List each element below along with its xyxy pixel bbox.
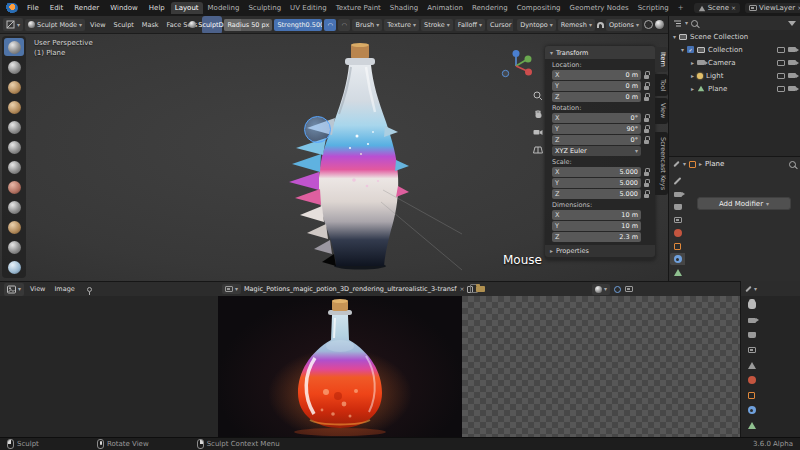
outliner-row-camera[interactable]: ▸ Camera — [669, 56, 800, 69]
tab-screencast-keys[interactable]: Screencast Keys — [655, 132, 668, 195]
rotation-x-field[interactable]: X0° — [552, 113, 641, 123]
sculpt-tool-clay-thumb[interactable] — [4, 118, 24, 136]
pin-icon[interactable] — [87, 287, 92, 292]
pressure-radius-toggle[interactable]: ◠ — [324, 19, 336, 31]
disable-render-icon[interactable] — [788, 47, 796, 52]
sculpt-tool-layer[interactable] — [4, 138, 24, 156]
tab-rendering[interactable]: Rendering — [468, 2, 512, 14]
tab-output-properties[interactable] — [670, 201, 685, 213]
perspective-grid-icon[interactable] — [532, 144, 544, 156]
menu-image[interactable]: Image — [51, 283, 77, 295]
properties-editor-icon[interactable] — [673, 161, 679, 167]
lock-icon[interactable] — [643, 189, 650, 199]
dimensions-y-field[interactable]: Y10 m — [552, 221, 641, 231]
tab-render-properties[interactable] — [670, 188, 685, 200]
tab-modifier-properties[interactable] — [744, 404, 759, 416]
tab-uv-editing[interactable]: UV Editing — [286, 2, 331, 14]
transform-panel-header[interactable]: ▾ Transform — [545, 46, 655, 59]
lock-icon[interactable] — [643, 124, 650, 134]
view-transform-icon[interactable] — [614, 286, 621, 293]
tab-scripting[interactable]: Scripting — [634, 2, 673, 14]
blender-logo-icon[interactable] — [4, 3, 18, 13]
dimensions-x-field[interactable]: X10 m — [552, 210, 641, 220]
menu-view[interactable]: View — [87, 19, 108, 31]
outliner-row-light[interactable]: ▸ Light — [669, 69, 800, 82]
lock-icon[interactable] — [643, 70, 650, 80]
sculpt-tool-clay-strips[interactable] — [4, 98, 24, 116]
sculpt-tool-smooth[interactable] — [4, 218, 24, 236]
falloff-dropdown[interactable]: Falloff▾ — [455, 19, 485, 31]
tab-viewlayer-properties[interactable] — [670, 214, 685, 226]
unlink-icon[interactable]: × — [731, 5, 736, 11]
tab-modifier-properties[interactable] — [670, 253, 685, 265]
disable-render-icon[interactable] — [788, 86, 796, 91]
search-icon[interactable] — [789, 161, 796, 168]
outliner-editor-icon[interactable] — [673, 19, 682, 28]
tab-data-properties[interactable] — [670, 266, 685, 278]
tab-modeling[interactable]: Modeling — [204, 2, 244, 14]
dimensions-z-field[interactable]: Z2.3 m — [552, 232, 641, 242]
new-image-icon[interactable] — [467, 286, 473, 293]
brush-dropdown[interactable]: Brush▾ — [352, 19, 382, 31]
camera-view-icon[interactable] — [532, 126, 544, 138]
properties-panel-collapsed[interactable]: ▸ Properties — [545, 245, 655, 257]
scale-x-field[interactable]: X5.000 — [552, 167, 641, 177]
tab-geometry-nodes[interactable]: Geometry Nodes — [566, 2, 633, 14]
menu-sculpt[interactable]: Sculpt — [111, 19, 137, 31]
viewport-3d[interactable]: User Perspective (1) Plane — [0, 34, 668, 281]
sculpt-tool-draw[interactable] — [4, 38, 24, 56]
lock-icon[interactable] — [643, 92, 650, 102]
tab-scene-properties[interactable] — [744, 359, 759, 371]
disable-render-icon[interactable] — [788, 73, 796, 78]
remesh-dropdown[interactable]: Remesh▾ — [558, 19, 595, 31]
tab-world-properties[interactable] — [744, 374, 759, 386]
scene-selector[interactable]: Scene × — [694, 3, 740, 13]
snap-magnet-icon[interactable] — [597, 22, 604, 28]
location-y-field[interactable]: Y0 m — [552, 81, 641, 91]
tab-layout[interactable]: Layout — [171, 2, 203, 14]
sculpt-tool-blob[interactable] — [4, 178, 24, 196]
browse-image-button[interactable]: ▾ — [222, 284, 241, 294]
tab-sculpting[interactable]: Sculpting — [244, 2, 285, 14]
rotation-mode-dropdown[interactable]: XYZ Euler▾ — [552, 146, 641, 156]
image-editor-canvas[interactable] — [0, 296, 740, 437]
sculpt-tool-fill[interactable] — [4, 258, 24, 276]
menu-help[interactable]: Help — [144, 2, 170, 14]
sculpt-tool-clay[interactable] — [4, 78, 24, 96]
navigation-gizmo[interactable] — [498, 48, 534, 84]
add-workspace-button[interactable]: + — [674, 2, 688, 14]
outliner-row-plane[interactable]: ▸ Plane — [669, 82, 800, 95]
tab-object-properties[interactable] — [744, 389, 759, 401]
tab-item[interactable]: Item — [655, 47, 668, 72]
sculpt-tool-inflate[interactable] — [4, 158, 24, 176]
lock-icon[interactable] — [643, 178, 650, 188]
tab-view[interactable]: View — [655, 98, 668, 123]
hide-viewport-icon[interactable] — [777, 47, 785, 53]
outliner-row-scene-collection[interactable]: ▾ Scene Collection — [669, 30, 800, 43]
menu-window[interactable]: Window — [105, 2, 143, 14]
tab-render-properties[interactable] — [744, 314, 759, 326]
hide-viewport-icon[interactable] — [777, 60, 785, 66]
image-name[interactable]: Magic_Potions_magic_potion_3D_rendering_… — [244, 285, 456, 293]
menu-view[interactable]: View — [27, 283, 48, 295]
lock-icon[interactable] — [643, 81, 650, 91]
add-modifier-button[interactable]: Add Modifier ▾ — [697, 197, 791, 210]
radius-slider[interactable]: Radius 50 px — [224, 19, 272, 31]
rotation-y-field[interactable]: Y90° — [552, 124, 641, 134]
hide-viewport-icon[interactable] — [777, 73, 785, 79]
open-image-icon[interactable] — [476, 286, 485, 292]
lock-icon[interactable] — [643, 167, 650, 177]
tab-object-properties[interactable] — [670, 240, 685, 252]
stroke-dropdown[interactable]: Stroke▾ — [421, 19, 453, 31]
tab-viewlayer-properties[interactable] — [744, 344, 759, 356]
disable-render-icon[interactable] — [788, 60, 796, 65]
tab-world-properties[interactable] — [670, 227, 685, 239]
options-dropdown[interactable]: Options▾ — [606, 19, 642, 31]
sculpted-potion-model[interactable] — [262, 42, 462, 274]
tab-shading[interactable]: Shading — [386, 2, 422, 14]
lock-icon[interactable] — [643, 113, 650, 123]
hide-viewport-icon[interactable] — [777, 86, 785, 92]
menu-file[interactable]: File — [22, 2, 44, 14]
rotation-z-field[interactable]: Z0° — [552, 135, 641, 145]
tab-output-properties[interactable] — [744, 329, 759, 341]
